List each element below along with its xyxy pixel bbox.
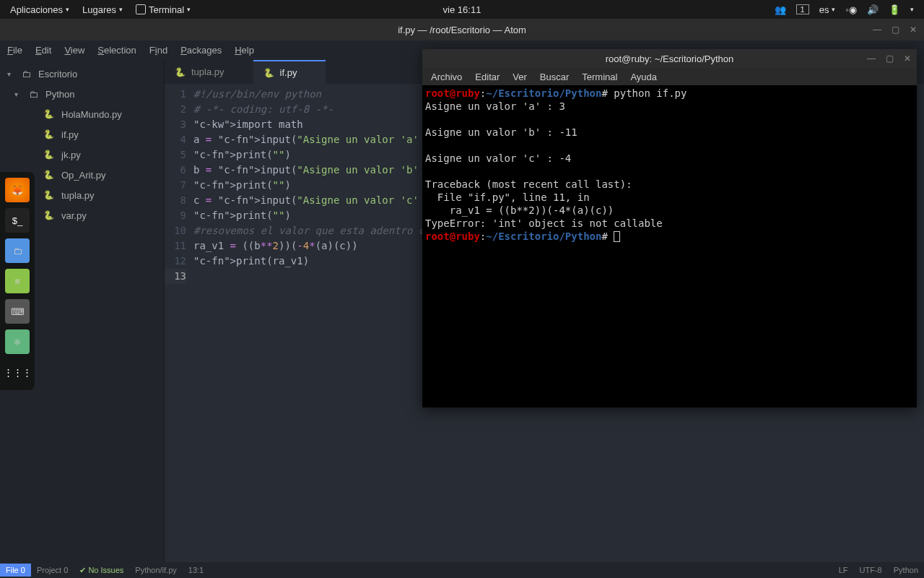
terminal-menubar: ArchivoEditarVerBuscarTerminalAyuda (422, 68, 917, 85)
menu-edit[interactable]: Edit (35, 45, 51, 56)
tree-file-label: jk.py (61, 150, 81, 160)
close-button[interactable]: ✕ (910, 25, 917, 35)
line-gutter: 12345678910111213 (165, 84, 193, 284)
dock-keyboard[interactable]: ⌨ (5, 299, 30, 324)
wifi-icon[interactable]: ◦◉ (845, 4, 857, 15)
minimize-button[interactable]: — (873, 25, 881, 35)
python-icon: 🐍 (43, 129, 54, 139)
terminal-titlebar: root@ruby: ~/Escritorio/Python — ▢ ✕ (422, 49, 917, 68)
status-path[interactable]: Python/if.py (129, 566, 182, 574)
python-icon: 🐍 (263, 68, 274, 78)
tree-root[interactable]: ▾ 🗀 Escritorio (0, 64, 164, 84)
terminal-menu-item[interactable]: Archivo (431, 72, 462, 82)
chevron-down-icon: ▾ (7, 70, 14, 78)
python-icon: 🐍 (43, 210, 54, 220)
workspace-indicator[interactable]: 1 (796, 4, 809, 14)
menu-file[interactable]: File (7, 45, 22, 56)
places-menu[interactable]: Lugares▾ (82, 4, 123, 15)
tree-folder-python[interactable]: ▾ 🗀 Python (0, 84, 164, 104)
desktop-topbar: Aplicaciones▾ Lugares▾ Terminal▾ vie 16:… (0, 0, 924, 19)
dock-firefox[interactable]: 🦊 (5, 178, 30, 202)
battery-icon[interactable]: 🔋 (889, 4, 900, 15)
tree-file-label: var.py (61, 210, 87, 221)
python-icon: 🐍 (175, 67, 186, 77)
tree-file-label: tupla.py (61, 190, 95, 201)
dock-atom[interactable]: ⚛ (5, 329, 30, 354)
chevron-down-icon: ▾ (14, 90, 22, 98)
python-icon: 🐍 (43, 109, 54, 119)
python-icon: 🐍 (43, 150, 54, 160)
window-title: if.py — /root/Escritorio — Atom (398, 25, 526, 35)
status-language[interactable]: Python (888, 566, 924, 574)
system-menu[interactable]: ▾ (910, 6, 914, 13)
status-eol[interactable]: LF (833, 566, 854, 574)
dock-files[interactable]: 🗀 (5, 238, 30, 263)
status-bar: File 0 Project 0 ✔ No Issues Python/if.p… (0, 562, 924, 578)
dock-apps[interactable]: ⋮⋮⋮ (5, 360, 30, 384)
status-project[interactable]: Project 0 (31, 566, 74, 574)
lang-menu[interactable]: es▾ (819, 4, 836, 15)
tab-tupla[interactable]: 🐍 tupla.py (165, 60, 253, 84)
terminal-close[interactable]: ✕ (904, 53, 911, 64)
terminal-menu-item[interactable]: Buscar (540, 72, 569, 82)
desktop-dock: 🦊 $_ 🗀 ≡ ⌨ ⚛ ⋮⋮⋮ (0, 172, 35, 390)
terminal-maximize[interactable]: ▢ (886, 53, 894, 64)
folder-icon: 🗀 (29, 89, 38, 100)
volume-icon[interactable]: 🔊 (867, 4, 879, 15)
terminal-menu-item[interactable]: Ver (513, 72, 527, 82)
tree-file[interactable]: 🐍HolaMundo.py (0, 104, 164, 124)
tab-label: tupla.py (191, 66, 225, 77)
tab-label: if.py (280, 67, 297, 78)
status-issues[interactable]: ✔ No Issues (74, 566, 129, 575)
users-icon[interactable]: 👥 (775, 4, 786, 15)
status-cursor[interactable]: 13:1 (183, 566, 209, 574)
python-icon: 🐍 (43, 190, 54, 200)
menu-view[interactable]: View (64, 45, 84, 56)
maximize-button[interactable]: ▢ (892, 25, 899, 35)
menu-find[interactable]: Find (149, 45, 167, 56)
tree-file-label: HolaMundo.py (61, 109, 122, 120)
tree-folder-label: Python (45, 89, 74, 100)
status-file-count[interactable]: File 0 (0, 564, 31, 577)
tree-file-label: Op_Arit.py (61, 170, 105, 181)
atom-titlebar: if.py — /root/Escritorio — Atom — ▢ ✕ (0, 19, 924, 40)
tree-file[interactable]: 🐍if.py (0, 124, 164, 144)
tree-file-label: if.py (61, 129, 79, 140)
tab-if[interactable]: 🐍 if.py (253, 60, 326, 84)
status-encoding[interactable]: UTF-8 (854, 566, 888, 574)
menu-help[interactable]: Help (235, 45, 254, 56)
python-icon: 🐍 (43, 170, 54, 180)
tree-root-label: Escritorio (38, 69, 77, 79)
terminal-output[interactable]: root@ruby:~/Escritorio/Python# python if… (422, 85, 917, 407)
apps-menu[interactable]: Aplicaciones▾ (10, 4, 69, 15)
dock-terminal[interactable]: $_ (5, 208, 30, 233)
clock[interactable]: vie 16:11 (443, 4, 481, 15)
terminal-icon (136, 4, 146, 14)
terminal-minimize[interactable]: — (867, 53, 876, 64)
dock-notes[interactable]: ≡ (5, 269, 30, 293)
terminal-menu-item[interactable]: Ayuda (630, 72, 657, 82)
menu-selection[interactable]: Selection (97, 45, 136, 56)
terminal-menu-item[interactable]: Editar (475, 72, 500, 82)
folder-icon: 🗀 (22, 69, 31, 79)
tree-file[interactable]: 🐍jk.py (0, 144, 164, 165)
menu-packages[interactable]: Packages (180, 45, 222, 56)
terminal-window[interactable]: root@ruby: ~/Escritorio/Python — ▢ ✕ Arc… (422, 49, 917, 407)
terminal-menu-item[interactable]: Terminal (582, 72, 617, 82)
terminal-title: root@ruby: ~/Escritorio/Python (606, 53, 734, 64)
terminal-menu[interactable]: Terminal▾ (136, 4, 191, 15)
